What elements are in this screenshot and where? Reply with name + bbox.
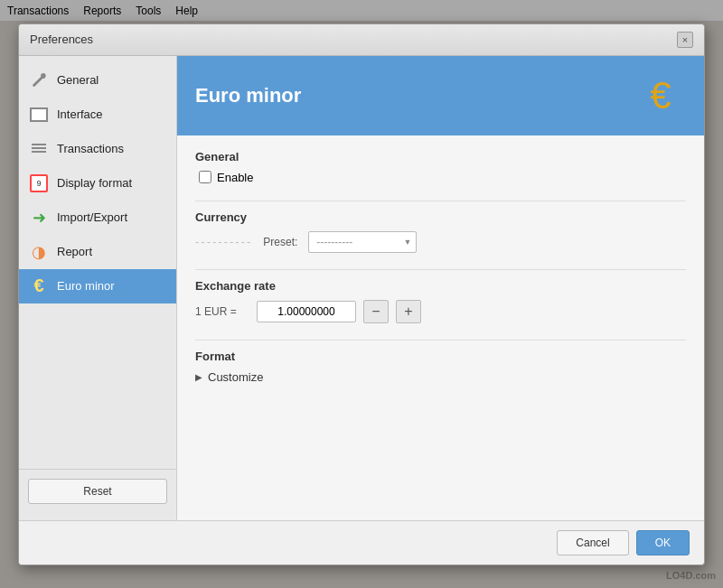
sidebar-label-interface: Interface — [57, 107, 103, 121]
sidebar-item-display-format[interactable]: 9 Display format — [19, 166, 176, 201]
section-format: Format ▶ Customize — [195, 350, 686, 384]
dialog-body: General Interface — [19, 56, 704, 520]
increment-button[interactable]: + — [396, 300, 421, 323]
ok-button[interactable]: OK — [636, 530, 690, 555]
exchange-row: 1 EUR = − + — [195, 300, 686, 323]
sidebar-label-display-format: Display format — [57, 176, 132, 190]
customize-row[interactable]: ▶ Customize — [195, 370, 686, 384]
svg-rect-0 — [32, 144, 46, 145]
customize-label: Customize — [208, 370, 263, 384]
sidebar-footer: Reset — [19, 469, 176, 513]
section-exchange-rate: Exchange rate 1 EUR = − + — [195, 279, 686, 323]
main-content: Euro minor € General Enable — [177, 56, 704, 520]
currency-placeholder: ---------- — [195, 235, 252, 248]
sidebar-label-euro-minor: Euro minor — [57, 279, 115, 293]
divider-3 — [195, 340, 686, 341]
sidebar-item-transactions[interactable]: Transactions — [19, 132, 176, 166]
divider-2 — [195, 269, 686, 270]
sidebar-item-general[interactable]: General — [19, 63, 176, 98]
enable-checkbox[interactable] — [199, 171, 211, 183]
euro-sidebar-icon: € — [28, 275, 50, 297]
general-section-label: General — [195, 150, 686, 163]
enable-row: Enable — [195, 171, 686, 184]
sidebar-item-import-export[interactable]: ➜ Import/Export — [19, 201, 176, 235]
eur-label: 1 EUR = — [195, 305, 249, 318]
modal-overlay: Preferences × General — [0, 0, 723, 588]
sidebar-item-euro-minor[interactable]: € Euro minor — [19, 269, 176, 303]
section-general: General Enable — [195, 150, 686, 184]
list-icon — [28, 138, 50, 160]
format-section-label: Format — [195, 350, 686, 363]
reset-button[interactable]: Reset — [28, 479, 167, 504]
content-body: General Enable Currency ---------- Prese… — [177, 135, 704, 520]
calendar-icon: 9 — [28, 173, 50, 194]
sidebar-item-interface[interactable]: Interface — [19, 98, 176, 132]
sidebar-label-general: General — [57, 73, 99, 87]
enable-label: Enable — [217, 171, 253, 184]
monitor-icon — [28, 104, 50, 126]
content-title: Euro minor — [195, 84, 301, 107]
exchange-input[interactable] — [257, 301, 356, 322]
svg-rect-2 — [32, 151, 46, 153]
sidebar-label-import-export: Import/Export — [57, 210, 127, 224]
wrench-icon — [28, 70, 50, 91]
svg-rect-1 — [32, 147, 46, 149]
customize-arrow-icon: ▶ — [195, 372, 202, 382]
close-button[interactable]: × — [677, 32, 693, 48]
currency-row: ---------- Preset: ---------- — [195, 231, 686, 253]
sidebar-label-report: Report — [57, 245, 92, 258]
watermark: LO4D.com — [666, 570, 716, 581]
section-currency: Currency ---------- Preset: ---------- — [195, 210, 686, 253]
sidebar: General Interface — [19, 56, 177, 520]
divider-1 — [195, 201, 686, 201]
decrement-button[interactable]: − — [363, 300, 389, 323]
sidebar-item-report[interactable]: ◑ Report — [19, 235, 176, 269]
dialog-title: Preferences — [30, 33, 93, 46]
currency-section-label: Currency — [195, 210, 686, 224]
dialog-titlebar: Preferences × — [19, 24, 704, 56]
content-header: Euro minor € — [177, 56, 704, 135]
report-icon: ◑ — [28, 241, 50, 263]
exchange-rate-label: Exchange rate — [195, 279, 686, 293]
preferences-dialog: Preferences × General — [18, 23, 705, 565]
cancel-button[interactable]: Cancel — [557, 530, 628, 555]
arrow-icon: ➜ — [28, 207, 50, 229]
preset-select-wrapper: ---------- — [308, 231, 417, 253]
preset-select[interactable]: ---------- — [308, 231, 417, 253]
sidebar-label-transactions: Transactions — [57, 142, 124, 155]
dialog-footer: Cancel OK — [19, 520, 704, 565]
euro-large-icon: € — [635, 70, 686, 121]
preset-label: Preset: — [263, 236, 297, 248]
